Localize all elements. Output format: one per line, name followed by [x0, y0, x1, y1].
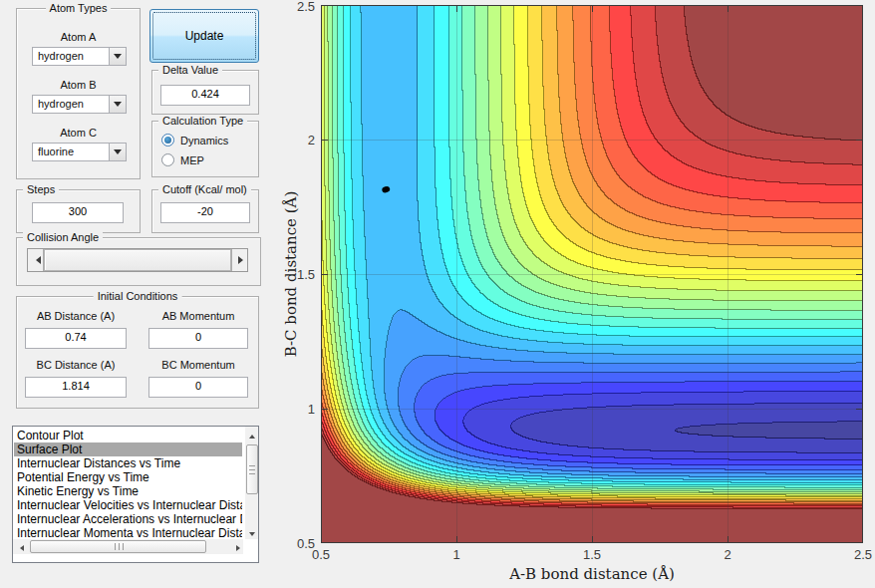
radio-dynamics-label: Dynamics: [180, 135, 228, 147]
x-tick-label: 2.5: [846, 547, 875, 562]
x-tick-label: 2: [711, 547, 744, 562]
steps-field[interactable]: 300: [32, 202, 124, 223]
radio-unselected-icon[interactable]: [161, 153, 174, 166]
cutoff-title: Cutoff (Kcal/ mol): [158, 183, 251, 196]
slider-thumb[interactable]: [44, 249, 231, 271]
delta-value-field[interactable]: 0.424: [160, 85, 250, 106]
bc-momentum-field[interactable]: 0: [148, 377, 248, 398]
atom-types-title: Atom Types: [46, 2, 112, 15]
collision-angle-title: Collision Angle: [23, 231, 103, 244]
x-axis-label: A-B bond distance (Å): [452, 565, 731, 583]
ab-distance-field[interactable]: 0.74: [25, 328, 127, 349]
list-item[interactable]: Kinetic Energy vs Time: [14, 484, 242, 498]
y-axis-label: B-C bond distance (Å): [282, 191, 300, 358]
plot-type-listbox[interactable]: Contour Plot Surface Plot Internuclear D…: [12, 426, 259, 563]
calculation-type-title: Calculation Type: [158, 115, 247, 128]
chevron-down-icon[interactable]: [109, 48, 126, 65]
y-tick-label: 2: [279, 133, 315, 147]
bc-distance-field[interactable]: 1.814: [25, 377, 127, 398]
horizontal-scrollbar-thumb[interactable]: [30, 540, 206, 553]
steps-title: Steps: [23, 183, 59, 196]
y-tick-label: 1: [279, 402, 315, 417]
update-button[interactable]: Update: [149, 9, 259, 63]
calculation-type-panel: Calculation Type Dynamics MEP: [151, 121, 259, 177]
radio-mep[interactable]: MEP: [161, 153, 204, 166]
ab-distance-label: AB Distance (A): [25, 310, 127, 322]
collision-angle-slider[interactable]: [27, 248, 248, 272]
delta-value-title: Delta Value: [158, 64, 222, 77]
steps-panel: Steps 300: [16, 189, 141, 233]
list-item[interactable]: Contour Plot: [14, 429, 242, 442]
vertical-scrollbar[interactable]: [245, 427, 258, 539]
list-item[interactable]: Internuclear Distances vs Time: [14, 456, 242, 470]
list-item[interactable]: Internuclear Accelerations vs Internucle…: [14, 512, 242, 526]
radio-mep-label: MEP: [180, 154, 204, 166]
radio-dynamics[interactable]: Dynamics: [161, 134, 228, 147]
y-tick-label: 0.5: [279, 536, 315, 551]
atom-a-label: Atom A: [17, 31, 140, 43]
collision-angle-panel: Collision Angle: [16, 237, 261, 286]
list-item[interactable]: Potential Energy vs Time: [14, 470, 242, 484]
bc-momentum-label: BC Momentum: [148, 359, 248, 371]
atom-c-label: Atom C: [17, 127, 140, 139]
cutoff-field[interactable]: -20: [160, 202, 250, 223]
atom-b-label: Atom B: [17, 79, 140, 91]
delta-value-panel: Delta Value 0.424: [151, 70, 259, 115]
atom-types-panel: Atom Types Atom A hydrogen Atom B hydrog…: [16, 8, 141, 179]
atom-a-value: hydrogen: [38, 50, 84, 62]
x-tick-label: 1: [439, 547, 473, 562]
radio-selected-icon[interactable]: [161, 134, 174, 147]
potential-energy-contour-plot: [321, 5, 863, 543]
scroll-left-icon[interactable]: [14, 541, 26, 552]
scroll-up-icon[interactable]: [246, 428, 257, 440]
list-item[interactable]: Internuclear Velocities vs Internuclear …: [14, 498, 242, 512]
application-window: Atom Types Atom A hydrogen Atom B hydrog…: [0, 0, 875, 588]
chevron-down-icon[interactable]: [109, 96, 126, 113]
x-tick-label: 1.5: [575, 547, 609, 562]
atom-c-value: fluorine: [38, 146, 74, 157]
atom-b-dropdown[interactable]: hydrogen: [32, 95, 127, 114]
y-tick-label: 2.5: [279, 0, 315, 14]
cutoff-panel: Cutoff (Kcal/ mol) -20: [151, 189, 259, 233]
ab-momentum-field[interactable]: 0: [148, 328, 248, 349]
chevron-down-icon[interactable]: [109, 144, 126, 160]
initial-conditions-panel: Initial Conditions AB Distance (A) AB Mo…: [16, 296, 259, 409]
atom-a-dropdown[interactable]: hydrogen: [32, 47, 127, 66]
atom-c-dropdown[interactable]: fluorine: [32, 143, 127, 161]
initial-conditions-title: Initial Conditions: [94, 290, 182, 303]
list-item-selected[interactable]: Surface Plot: [14, 442, 242, 456]
scroll-down-icon[interactable]: [246, 526, 257, 538]
slider-left-arrow-icon[interactable]: [28, 249, 44, 271]
update-button-label: Update: [185, 29, 224, 43]
scroll-right-icon[interactable]: [230, 541, 242, 552]
slider-right-arrow-icon[interactable]: [231, 249, 247, 271]
vertical-scrollbar-thumb[interactable]: [246, 444, 258, 494]
bc-distance-label: BC Distance (A): [25, 359, 127, 371]
list-item[interactable]: Internuclear Momenta vs Internuclear Dis…: [14, 526, 242, 540]
ab-momentum-label: AB Momentum: [148, 310, 248, 322]
horizontal-scrollbar[interactable]: [13, 539, 243, 554]
atom-b-value: hydrogen: [38, 98, 84, 110]
